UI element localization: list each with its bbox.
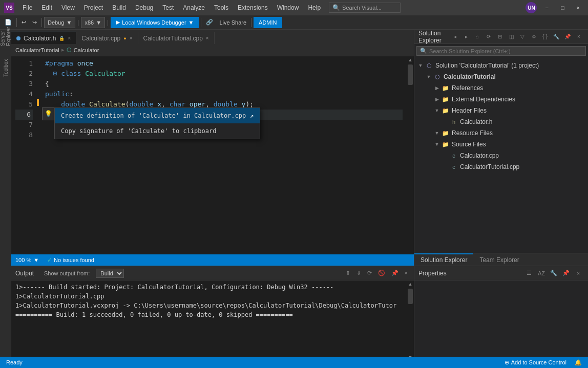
tree-resource-files[interactable]: ▼ 📁 Resource Files xyxy=(414,127,588,139)
se-pin[interactable]: 📌 xyxy=(562,32,573,42)
se-btn-collapse[interactable]: ⊟ xyxy=(495,32,505,42)
tb-undo[interactable]: ↩ xyxy=(19,17,29,27)
minimize-button[interactable]: − xyxy=(541,4,552,12)
vertical-scrollbar[interactable]: ▲ xyxy=(407,56,414,254)
tab-close-cpp[interactable]: × xyxy=(130,35,133,41)
status-bell-icon[interactable]: 🔔 xyxy=(575,359,582,366)
output-btn3[interactable]: ⟳ xyxy=(365,269,374,277)
props-settings-btn[interactable]: 🔧 xyxy=(548,268,559,279)
menu-debug[interactable]: Debug xyxy=(131,3,157,12)
output-close[interactable]: × xyxy=(403,269,410,277)
live-share-icon[interactable]: 🔗 xyxy=(203,17,216,27)
menu-build[interactable]: Build xyxy=(108,3,130,12)
se-btn-back[interactable]: ◂ xyxy=(450,32,460,42)
tree-calculator-cpp[interactable]: c Calculator.cpp xyxy=(414,150,588,161)
main-area: Server Explorer Toolbox Calculator.h 🔒 ×… xyxy=(0,30,588,368)
tree-external-deps[interactable]: ▶ 📁 External Dependencies xyxy=(414,94,588,105)
output-vscroll[interactable]: ▲ ▼ xyxy=(407,280,414,361)
tb-new[interactable]: 📄 xyxy=(2,17,14,27)
tab-icon-h: 🔒 xyxy=(59,36,65,41)
tab-calculator-h[interactable]: Calculator.h 🔒 × xyxy=(11,32,76,44)
props-close[interactable]: × xyxy=(573,268,584,279)
user-avatar[interactable]: UN xyxy=(526,2,537,13)
path-project[interactable]: CalculatorTutorial xyxy=(15,47,59,53)
se-header: Solution Explorer ◂ ▸ ⌂ ⟳ ⊟ ◫ ▽ ⚙ { } 🔧 … xyxy=(414,30,588,44)
props-categories-btn[interactable]: ☰ xyxy=(523,268,535,279)
menu-extensions[interactable]: Extensions xyxy=(234,3,272,12)
se-close[interactable]: × xyxy=(574,32,584,42)
toolbox-icon[interactable]: Toolbox xyxy=(1,63,10,73)
qa-item-copy[interactable]: Copy signature of 'Calculate' to clipboa… xyxy=(55,123,260,139)
scroll-thumb[interactable] xyxy=(408,64,413,85)
path-class-label[interactable]: Calculator xyxy=(74,47,99,53)
menu-window[interactable]: Window xyxy=(273,3,303,12)
tab-label-tutorial: CalculatorTutorial.cpp xyxy=(143,35,203,42)
se-btn-refresh[interactable]: ⟳ xyxy=(484,32,494,42)
tab-close-h[interactable]: × xyxy=(68,35,71,41)
menu-analyze[interactable]: Analyze xyxy=(179,3,209,12)
output-btn1[interactable]: ⇑ xyxy=(344,269,352,277)
tree-references[interactable]: ▶ 📁 References xyxy=(414,82,588,94)
props-pin[interactable]: 📌 xyxy=(560,268,572,279)
debug-config-dropdown[interactable]: Debug ▼ xyxy=(44,17,75,28)
tree-source-files[interactable]: ▼ 📁 Source Files xyxy=(414,139,588,150)
se-btn-filter[interactable]: ▽ xyxy=(517,32,528,42)
se-btn-forward[interactable]: ▸ xyxy=(461,32,471,42)
tab-tutorial-cpp[interactable]: CalculatorTutorial.cpp × xyxy=(138,32,215,44)
code-editor[interactable]: #pragma once ⊟ class Calculator { public… xyxy=(41,56,407,254)
se-btn-settings[interactable]: ⚙ xyxy=(529,32,539,42)
se-btn-pending[interactable]: ◫ xyxy=(506,32,516,42)
tree-tutorial-cpp[interactable]: c CalculatorTutorial.cpp xyxy=(414,161,588,172)
tab-team-explorer[interactable]: Team Explorer xyxy=(473,253,525,266)
qa-item-create[interactable]: Create definition of 'Calculate' in Calc… xyxy=(55,108,260,123)
se-btn-code[interactable]: { } xyxy=(540,32,550,42)
search-box[interactable]: 🔍 Search Visual... xyxy=(329,3,401,13)
output-source-label: Show output from: xyxy=(44,270,90,276)
menu-edit[interactable]: Edit xyxy=(37,3,56,12)
tab-calculator-cpp[interactable]: Calculator.cpp ● × xyxy=(76,32,138,44)
tree-solution[interactable]: ▼ ⬡ Solution 'CalculatorTutorial' (1 pro… xyxy=(414,60,588,71)
tb-redo[interactable]: ↪ xyxy=(30,17,39,27)
menu-file[interactable]: File xyxy=(18,3,36,12)
run-button[interactable]: ▶ Local Windows Debugger ▼ xyxy=(111,17,199,28)
server-explorer-icon[interactable]: Server Explorer xyxy=(1,32,10,41)
path-sep1: ▸ xyxy=(61,47,65,53)
out-scroll-thumb[interactable] xyxy=(408,289,413,304)
calc-cpp-icon: c xyxy=(449,151,458,160)
admin-label: ADMIN xyxy=(259,19,277,26)
sep6 xyxy=(251,18,251,27)
live-share-label[interactable]: Live Share xyxy=(217,18,249,27)
output-pin[interactable]: 📌 xyxy=(389,269,401,277)
se-btn-props[interactable]: 🔧 xyxy=(551,32,561,42)
menu-test[interactable]: Test xyxy=(158,3,178,12)
status-source-control[interactable]: ⊕ Add to Source Control xyxy=(505,359,566,366)
se-btn-home[interactable]: ⌂ xyxy=(472,32,482,42)
menu-tools[interactable]: Tools xyxy=(210,3,233,12)
menu-help[interactable]: Help xyxy=(304,3,325,12)
tree-calculator-h[interactable]: h Calculator.h xyxy=(414,116,588,127)
editor-tabs: Calculator.h 🔒 × Calculator.cpp ● × Calc… xyxy=(11,30,414,44)
maximize-button[interactable]: □ xyxy=(557,4,569,12)
solution-arrow: ▼ xyxy=(416,63,425,68)
tab-close-tutorial[interactable]: × xyxy=(206,35,209,41)
zoom-level[interactable]: 100 % ▼ xyxy=(15,257,39,263)
close-button[interactable]: × xyxy=(573,4,584,12)
output-content: 1>------ Build started: Project: Calcula… xyxy=(11,280,407,361)
scroll-up-arrow[interactable]: ▲ xyxy=(407,56,414,63)
se-search-box[interactable]: 🔍 xyxy=(416,46,586,56)
tree-header-files[interactable]: ▼ 📁 Header Files xyxy=(414,105,588,116)
admin-button[interactable]: ADMIN xyxy=(254,17,282,28)
tab-solution-explorer[interactable]: Solution Explorer xyxy=(414,253,473,266)
menu-view[interactable]: View xyxy=(57,3,79,12)
path-class[interactable]: ⬡ xyxy=(67,47,72,53)
output-btn4[interactable]: 🚫 xyxy=(376,269,387,277)
output-source-select[interactable]: Build xyxy=(96,269,124,278)
platform-dropdown[interactable]: x86 ▼ xyxy=(81,17,105,28)
output-btn2[interactable]: ⇓ xyxy=(354,269,363,277)
menu-project[interactable]: Project xyxy=(80,3,107,12)
props-alpha-btn[interactable]: AZ xyxy=(536,268,547,279)
tree-project[interactable]: ▼ ⬡ CalculatorTutorial xyxy=(414,71,588,82)
out-scroll-up[interactable]: ▲ xyxy=(407,280,414,288)
se-search-input[interactable] xyxy=(429,48,582,54)
tab-label-h: Calculator.h xyxy=(24,35,56,42)
